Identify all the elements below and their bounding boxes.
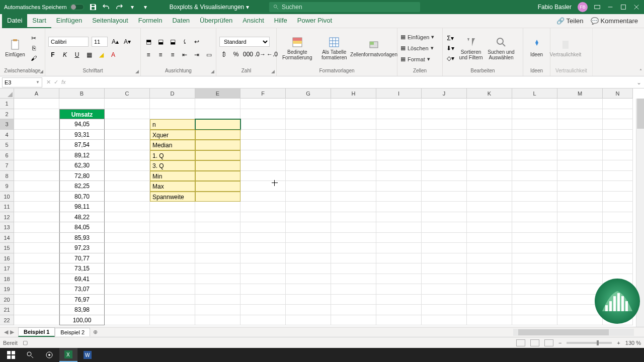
tab-seitenlayout[interactable]: Seitenlayout xyxy=(87,14,133,28)
cell[interactable] xyxy=(467,274,512,285)
cell[interactable] xyxy=(467,233,512,243)
cell[interactable] xyxy=(14,274,59,285)
cell[interactable] xyxy=(512,284,557,295)
cell[interactable] xyxy=(557,222,603,233)
row-header[interactable]: 5 xyxy=(0,140,14,150)
cell[interactable] xyxy=(422,192,467,202)
tab-formeln[interactable]: Formeln xyxy=(133,14,168,28)
cell[interactable] xyxy=(150,202,195,212)
cell[interactable] xyxy=(105,160,150,171)
cell[interactable] xyxy=(376,150,422,161)
cell[interactable] xyxy=(105,222,150,233)
cell[interactable] xyxy=(240,253,286,264)
cell[interactable]: 94,05 xyxy=(59,119,105,130)
cut-icon[interactable]: ✂ xyxy=(29,34,38,43)
close-icon[interactable] xyxy=(633,4,640,11)
row-header[interactable]: 8 xyxy=(0,171,14,182)
cell[interactable] xyxy=(286,109,331,120)
cell[interactable] xyxy=(376,253,422,264)
delete-cells-button[interactable]: ▦Löschen ▾ xyxy=(400,43,434,53)
cell[interactable] xyxy=(557,192,603,202)
cell[interactable] xyxy=(422,171,467,182)
cell[interactable] xyxy=(557,150,603,161)
cell[interactable] xyxy=(467,160,512,171)
obs-icon[interactable] xyxy=(40,348,58,362)
cell[interactable] xyxy=(331,119,376,130)
autosave-toggle-group[interactable]: Automatisches Speichern xyxy=(0,4,84,10)
cell[interactable] xyxy=(105,192,150,202)
cell[interactable]: 1. Q xyxy=(150,150,195,161)
cell[interactable] xyxy=(195,181,240,192)
search-taskbar-icon[interactable] xyxy=(21,348,39,362)
word-taskbar-icon[interactable]: W xyxy=(78,348,97,362)
bold-button[interactable]: F xyxy=(48,50,57,59)
cell[interactable] xyxy=(14,171,59,182)
cell[interactable] xyxy=(422,295,467,305)
cell[interactable] xyxy=(557,160,603,171)
cell[interactable] xyxy=(331,99,376,109)
autosum-icon[interactable]: Σ▾ xyxy=(446,34,455,43)
cell[interactable] xyxy=(603,253,633,264)
cell[interactable] xyxy=(195,140,240,150)
cell[interactable] xyxy=(331,130,376,140)
cell[interactable] xyxy=(557,212,603,223)
cell[interactable]: Min xyxy=(150,171,195,182)
tab-daten[interactable]: Daten xyxy=(167,14,195,28)
zoom-slider[interactable] xyxy=(567,342,612,344)
cell[interactable] xyxy=(331,171,376,182)
cell[interactable] xyxy=(422,140,467,150)
cell[interactable] xyxy=(240,274,286,285)
cell[interactable] xyxy=(376,181,422,192)
cell[interactable] xyxy=(105,212,150,223)
cell[interactable] xyxy=(557,171,603,182)
cell[interactable] xyxy=(286,212,331,223)
cell[interactable] xyxy=(512,202,557,212)
undo-icon[interactable] xyxy=(102,3,110,11)
cell[interactable] xyxy=(331,212,376,223)
thousands-icon[interactable]: 000 xyxy=(244,50,253,59)
underline-button[interactable]: U xyxy=(72,50,82,59)
user-avatar[interactable]: FB xyxy=(578,2,588,12)
currency-icon[interactable]: ₿ xyxy=(219,50,228,59)
fill-color-icon[interactable]: ◢ xyxy=(97,50,106,59)
cell[interactable] xyxy=(557,109,603,120)
sheet-prev-icon[interactable]: ◀ xyxy=(4,329,8,335)
cell[interactable] xyxy=(195,305,240,315)
cell[interactable] xyxy=(467,263,512,274)
cell[interactable] xyxy=(286,274,331,285)
cell[interactable] xyxy=(286,130,331,140)
cell[interactable] xyxy=(14,212,59,223)
cell[interactable] xyxy=(240,295,286,305)
cell[interactable] xyxy=(195,295,240,305)
cell[interactable] xyxy=(512,315,557,326)
cell[interactable] xyxy=(422,243,467,253)
column-header[interactable]: I xyxy=(376,88,422,99)
cell[interactable] xyxy=(557,253,603,264)
cell[interactable] xyxy=(286,315,331,326)
align-left-icon[interactable]: ≡ xyxy=(144,50,153,59)
cell[interactable] xyxy=(376,109,422,120)
page-layout-view-icon[interactable] xyxy=(530,339,539,346)
cell[interactable] xyxy=(603,212,633,223)
cell[interactable] xyxy=(195,109,240,120)
format-as-table-button[interactable]: Als Tabelle formatieren xyxy=(317,32,352,65)
cell[interactable] xyxy=(422,253,467,264)
cell[interactable] xyxy=(376,243,422,253)
tab-ueberpruefen[interactable]: Überprüfen xyxy=(195,14,237,28)
cell[interactable] xyxy=(376,295,422,305)
cell[interactable] xyxy=(286,284,331,295)
find-select-button[interactable]: Suchen und Auswählen xyxy=(487,32,515,65)
cell[interactable] xyxy=(240,305,286,315)
column-header[interactable]: L xyxy=(512,88,557,99)
row-header[interactable]: 14 xyxy=(0,233,14,243)
cell[interactable] xyxy=(422,150,467,161)
maximize-icon[interactable] xyxy=(620,4,627,11)
cell[interactable] xyxy=(331,263,376,274)
cell[interactable] xyxy=(603,119,633,130)
cell[interactable] xyxy=(150,295,195,305)
align-bottom-icon[interactable]: ⬓ xyxy=(168,37,177,46)
horizontal-scrollbar[interactable] xyxy=(513,329,634,336)
tab-start[interactable]: Start xyxy=(27,14,51,28)
column-header[interactable]: E xyxy=(195,88,240,99)
cell[interactable] xyxy=(105,243,150,253)
